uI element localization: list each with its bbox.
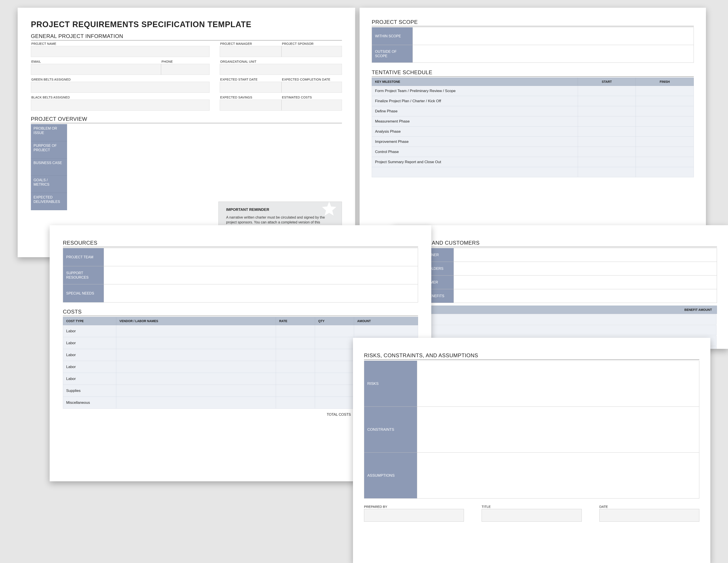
overview-row-label: PROBLEM OR ISSUE	[31, 124, 67, 141]
section-costs-heading: COSTS	[63, 309, 418, 316]
label-black-belts: BLACK BELTS ASSIGNED	[31, 95, 210, 100]
schedule-row: Control Phase	[372, 147, 694, 157]
page-3: RISKS, CONSTRAINTS, AND ASSUMPTIONS RISK…	[353, 338, 710, 563]
overview-row-label: PURPOSE OF PROJECT	[31, 141, 67, 158]
overview-row-label: BUSINESS CASE	[31, 158, 67, 176]
input-black-belts[interactable]	[31, 100, 210, 111]
schedule-col-start: START	[578, 78, 636, 86]
schedule-row	[372, 167, 694, 177]
resources-row-label: PROJECT TEAM	[63, 248, 104, 266]
schedule-row: Form Project Team / Preliminary Review /…	[372, 86, 694, 96]
benefits-value[interactable]	[454, 275, 717, 289]
info-card-title: IMPORTANT REMINDER	[226, 207, 334, 212]
risks-row-label: ASSUMPTIONS	[364, 453, 417, 499]
input-prepared-by[interactable]	[364, 509, 464, 522]
input-project-manager[interactable]	[220, 46, 281, 57]
section-general-heading: GENERAL PROJECT INFORMATION	[31, 33, 342, 40]
input-green-belts[interactable]	[31, 82, 210, 93]
input-estimated-costs[interactable]	[281, 100, 342, 111]
page-1-right: PROJECT SCOPE WITHIN SCOPE OUTSIDE OF SC…	[360, 8, 706, 257]
section-overview-heading: PROJECT OVERVIEW	[31, 116, 342, 123]
risks-row-label: RISKS	[364, 361, 417, 407]
input-project-sponsor[interactable]	[281, 46, 342, 57]
input-date[interactable]	[599, 509, 699, 522]
resources-row-label: SUPPORT RESOURCES	[63, 266, 104, 285]
label-phone: PHONE	[161, 59, 210, 64]
schedule-row: Project Summary Report and Close Out	[372, 157, 694, 167]
benefit-row[interactable]	[404, 315, 717, 325]
input-title[interactable]	[482, 509, 582, 522]
schedule-row: Finalize Project Plan / Charter / Kick O…	[372, 96, 694, 106]
resources-value[interactable]	[104, 248, 418, 266]
risks-row-label: CONSTRAINTS	[364, 407, 417, 453]
label-project-name: PROJECT NAME	[31, 41, 210, 46]
label-project-sponsor: PROJECT SPONSOR	[281, 41, 342, 46]
overview-row-label: GOALS / METRICS	[31, 176, 67, 193]
input-expected-completion[interactable]	[281, 82, 342, 93]
label-expected-savings: EXPECTED SAVINGS	[220, 95, 281, 100]
costs-col-rate: RATE	[276, 317, 315, 325]
input-email[interactable]	[31, 64, 161, 75]
svg-marker-0	[322, 201, 336, 215]
costs-col-vendor: VENDOR / LABOR NAMES	[116, 317, 276, 325]
costs-col-amount: AMOUNT	[354, 317, 418, 325]
label-expected-completion: EXPECTED COMPLETION DATE	[281, 77, 342, 82]
schedule-row: Define Phase	[372, 106, 694, 116]
resources-value[interactable]	[104, 285, 418, 303]
label-title: TITLE	[482, 505, 582, 509]
schedule-col-finish: FINISH	[636, 78, 694, 86]
label-expected-start: EXPECTED START DATE	[220, 77, 281, 82]
document-title: PROJECT REQUIREMENTS SPECIFICATION TEMPL…	[31, 20, 342, 29]
schedule-finish-cell[interactable]	[636, 86, 694, 96]
page-2-right: BENEFITS AND CUSTOMERS PROCESS OWNER KEY…	[393, 225, 728, 349]
schedule-col-milestone: KEY MILESTONE	[372, 78, 578, 86]
input-project-name[interactable]	[31, 46, 210, 57]
scope-outside-label: OUTSIDE OF SCOPE	[372, 45, 413, 63]
resources-row-label: SPECIAL NEEDS	[63, 285, 104, 303]
label-project-manager: PROJECT MANAGER	[220, 41, 281, 46]
input-expected-start[interactable]	[220, 82, 281, 93]
cost-row: Labor	[63, 325, 418, 337]
benefits-value[interactable]	[454, 289, 717, 303]
page-1-left: PROJECT REQUIREMENTS SPECIFICATION TEMPL…	[18, 8, 355, 257]
risks-value[interactable]	[417, 407, 699, 453]
schedule-start-cell[interactable]	[578, 86, 636, 96]
costs-col-type: COST TYPE	[63, 317, 116, 325]
scope-within-label: WITHIN SCOPE	[372, 27, 413, 45]
label-date: DATE	[599, 505, 699, 509]
section-resources-heading: RESOURCES	[63, 240, 418, 247]
input-expected-savings[interactable]	[220, 100, 281, 111]
label-prepared-by: PREPARED BY	[364, 505, 464, 509]
resources-value[interactable]	[104, 266, 418, 285]
section-schedule-heading: TENTATIVE SCHEDULE	[372, 69, 694, 77]
label-estimated-costs: ESTIMATED COSTS	[281, 95, 342, 100]
section-benefits-heading: BENEFITS AND CUSTOMERS	[404, 240, 717, 247]
schedule-row: Improvement Phase	[372, 137, 694, 147]
schedule-row: Analysis Phase	[372, 126, 694, 137]
benefits-value[interactable]	[454, 248, 717, 262]
star-icon	[321, 200, 338, 218]
schedule-row: Measurement Phase	[372, 116, 694, 126]
scope-within-value[interactable]	[413, 27, 694, 45]
overview-row-label: EXPECTED DELIVERABLES	[31, 193, 67, 210]
risks-value[interactable]	[417, 361, 699, 407]
section-risks-heading: RISKS, CONSTRAINTS, AND ASSUMPTIONS	[364, 352, 699, 360]
benefits-value[interactable]	[454, 262, 717, 275]
total-costs-label: TOTAL COSTS	[63, 409, 354, 421]
section-scope-heading: PROJECT SCOPE	[372, 19, 694, 26]
label-org-unit: ORGANIZATIONAL UNIT	[220, 59, 342, 64]
scope-outside-value[interactable]	[413, 45, 694, 63]
costs-col-qty: QTY	[315, 317, 354, 325]
label-green-belts: GREEN BELTS ASSIGNED	[31, 77, 210, 82]
risks-value[interactable]	[417, 453, 699, 499]
input-org-unit[interactable]	[220, 64, 342, 75]
label-email: EMAIL	[31, 59, 161, 64]
input-phone[interactable]	[161, 64, 210, 75]
benefit-amount-col: BENEFIT AMOUNT	[404, 306, 717, 314]
